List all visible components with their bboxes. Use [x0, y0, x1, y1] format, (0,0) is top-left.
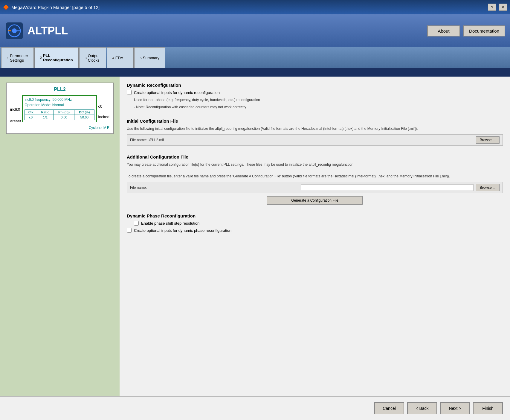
initial-config-browse-button[interactable]: Browse ...: [476, 136, 500, 144]
initial-config-file-row: File name: .\PLL2.mif Browse ...: [127, 134, 503, 146]
pll-col-clk: Clk: [25, 110, 37, 115]
enable-phase-shift-label: Enable phase shift step resolution: [141, 221, 199, 226]
pll-locked-label: locked: [98, 115, 109, 119]
pll-inclk0-label: inclk0: [10, 107, 21, 112]
left-panel: PLL2 inclk0 areset inclk0 frequency: 50.…: [0, 77, 120, 396]
dynamic-reconfig-checkbox-label: Create optional inputs for dynamic recon…: [134, 90, 220, 95]
pll-c0-label: c0: [98, 104, 109, 109]
pll-box-wrapper: inclk0 areset inclk0 frequency: 50.000 M…: [10, 95, 109, 123]
tab-pll-reconfiguration[interactable]: 2 PLLReconfiguration: [34, 47, 79, 68]
next-button[interactable]: Next >: [440, 402, 470, 414]
pll-mode: Operation Mode: Normal: [25, 103, 94, 107]
pll-col-ph: Ph (dg): [54, 110, 74, 115]
tab-summary-label: Summary: [143, 56, 160, 60]
pll-row-ph: 0.00: [54, 115, 74, 120]
tab-parameter-settings[interactable]: 1 ParameterSettings: [1, 47, 34, 68]
svg-point-3: [12, 28, 17, 33]
pll-row-ratio: 1/1: [37, 115, 54, 120]
dynamic-reconfig-checkbox-row: Create optional inputs for dynamic recon…: [127, 90, 503, 95]
pll-title: PLL2: [10, 87, 109, 92]
additional-config-title: Additional Configuration File: [127, 154, 503, 159]
dynamic-phase-inputs-label: Create optional inputs for dynamic phase…: [134, 228, 231, 233]
title-bar: MegaWizard Plug-In Manager [page 5 of 12…: [0, 0, 510, 14]
pll-diagram: PLL2 inclk0 areset inclk0 frequency: 50.…: [6, 83, 114, 134]
dynamic-phase-inputs-checkbox[interactable]: [127, 228, 132, 233]
dynamic-reconfig-desc2: - Note: Reconfiguration with cascaded co…: [134, 104, 503, 110]
back-button[interactable]: < Back: [407, 402, 437, 414]
right-panel: Dynamic Reconfiguration Create optional …: [120, 77, 510, 396]
pll-right-labels: c0 locked: [98, 95, 109, 119]
initial-config-title: Initial Configuration File: [127, 118, 503, 124]
pll-col-dc: DC (%): [74, 110, 94, 115]
close-button[interactable]: ✕: [499, 4, 507, 11]
additional-config-file-row: File name: Browse ...: [127, 182, 503, 193]
app-icon: [3, 4, 9, 10]
dynamic-phase-title: Dynamic Phase Reconfiguration: [127, 213, 503, 218]
window-controls: ? ✕: [488, 4, 507, 11]
window-title: MegaWizard Plug-In Manager [page 5 of 12…: [11, 5, 100, 10]
pll-table: Clk Ratio Ph (dg) DC (%) c0 1/1 0.00: [25, 109, 94, 120]
pll-left-labels: inclk0 areset: [10, 95, 21, 123]
pll-areset-label: areset: [10, 119, 21, 123]
additional-config-file-label: File name:: [130, 185, 298, 190]
cyclone-label: Cyclone IV E: [10, 126, 109, 130]
additional-config-browse-button[interactable]: Browse ...: [476, 184, 500, 191]
tabs-bar: 1 ParameterSettings 2 PLLReconfiguration…: [0, 47, 510, 68]
pll-col-ratio: Ratio: [37, 110, 54, 115]
pll-freq: inclk0 frequency: 50.000 MHz: [25, 98, 94, 102]
dynamic-reconfig-desc1: Used for non-phase (e.g. frequency, duty…: [134, 97, 503, 103]
table-row: c0 1/1 0.00 50.00: [25, 115, 94, 120]
generate-config-button[interactable]: Generate a Configuration File: [267, 196, 363, 205]
title-bar-title: MegaWizard Plug-In Manager [page 5 of 12…: [3, 4, 100, 10]
finish-button[interactable]: Finish: [473, 402, 503, 414]
cancel-button[interactable]: Cancel: [374, 402, 404, 414]
altpll-logo-icon: [5, 21, 24, 40]
divider-2: [127, 150, 503, 150]
enable-phase-shift-row: Enable phase shift step resolution: [134, 221, 503, 226]
about-button[interactable]: About: [427, 25, 460, 36]
divider-1: [127, 114, 503, 114]
help-button[interactable]: ?: [488, 4, 496, 11]
pll-row-dc: 50.00: [74, 115, 94, 120]
dark-divider-bar: [0, 68, 510, 77]
initial-config-desc: Use the following initial configuration …: [127, 126, 503, 131]
tab-output-clocks[interactable]: 3 OutputClocks: [79, 47, 106, 68]
additional-config-desc1: You may create additional configuration …: [127, 162, 503, 167]
main-content: PLL2 inclk0 areset inclk0 frequency: 50.…: [0, 77, 510, 396]
header-bar: ALTPLL About Documentation: [0, 14, 510, 47]
app-title: ALTPLL: [5, 21, 68, 40]
svg-marker-0: [3, 4, 9, 10]
initial-config-file-label: File name: .\PLL2.mif: [130, 138, 474, 142]
dynamic-phase-inputs-row: Create optional inputs for dynamic phase…: [127, 228, 503, 233]
pll-row-clk: c0: [25, 115, 37, 120]
footer-bar: Cancel < Back Next > Finish: [0, 396, 510, 420]
header-buttons: About Documentation: [427, 25, 505, 36]
documentation-button[interactable]: Documentation: [463, 25, 505, 36]
dynamic-reconfig-checkbox[interactable]: [127, 90, 132, 95]
enable-phase-shift-checkbox[interactable]: [134, 221, 139, 226]
additional-config-desc2: To create a configuration file, enter a …: [127, 174, 503, 179]
dynamic-reconfig-title: Dynamic Reconfiguration: [127, 83, 503, 88]
pll-inner-box: inclk0 frequency: 50.000 MHz Operation M…: [22, 95, 97, 122]
divider-3: [127, 209, 503, 209]
additional-config-file-input[interactable]: [301, 184, 473, 191]
tab-summary[interactable]: 5 Summary: [134, 47, 165, 68]
tab-eda[interactable]: 4 EDA: [107, 47, 134, 68]
app-name: ALTPLL: [28, 25, 68, 37]
